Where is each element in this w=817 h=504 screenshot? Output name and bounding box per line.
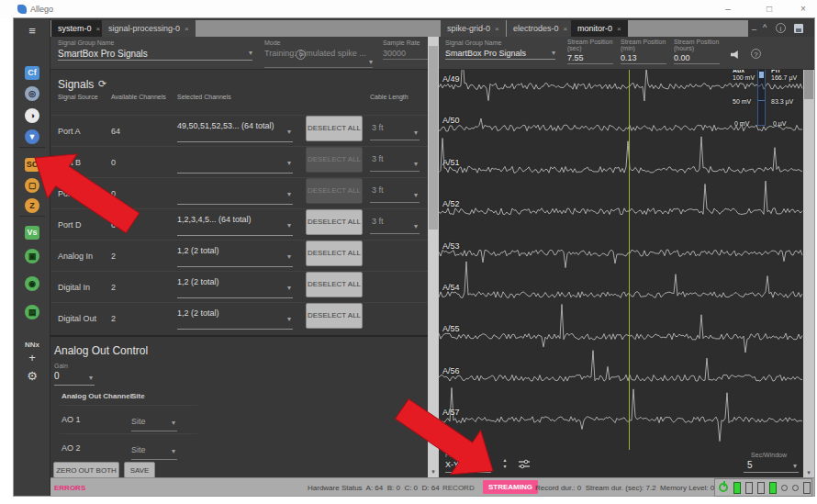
sidebar-item-add-module-icon[interactable]: + bbox=[14, 349, 50, 365]
record-button[interactable]: RECORD bbox=[442, 484, 475, 492]
sidebar-item-swirl-icon[interactable]: ◑ bbox=[14, 106, 50, 123]
scale-slider-handle[interactable] bbox=[759, 72, 764, 78]
selected-channels-dropdown[interactable]: 1,2 (2 total) ▾ bbox=[177, 243, 293, 267]
deselect-all-button[interactable]: DESELECT ALL bbox=[306, 241, 363, 266]
tab-close-icon[interactable]: × bbox=[495, 25, 499, 33]
sidebar-item-probe-map-icon[interactable]: ▢ bbox=[14, 175, 50, 193]
panel-expand-icon[interactable]: ^ bbox=[763, 23, 767, 32]
tab-close-icon[interactable]: × bbox=[185, 25, 189, 33]
deselect-all-button[interactable]: DESELECT ALL bbox=[306, 272, 363, 297]
cable-length-value: 3 ft bbox=[372, 123, 384, 132]
signal-group-dropdown[interactable]: SmartBox Pro Signals ▾ bbox=[58, 49, 252, 61]
stream-min-value[interactable]: 0.13 bbox=[621, 53, 666, 64]
tab-close-icon[interactable]: × bbox=[617, 25, 621, 33]
sidebar-item-menu-icon[interactable]: ≡ bbox=[14, 22, 50, 39]
cable-length-dropdown[interactable]: 3 ft ▾ bbox=[370, 181, 420, 203]
audio-monitor-icon[interactable] bbox=[731, 50, 742, 60]
sample-rate-dropdown[interactable]: 30000 ▾ bbox=[383, 49, 434, 60]
hardware-status-text: Hardware Status A: 64 B: 0 C: 0 D: 64 bbox=[308, 484, 440, 492]
sidebar-item-server-icon[interactable]: ▤ bbox=[14, 302, 50, 319]
spin-down-icon[interactable]: ▾ bbox=[499, 464, 510, 470]
chevron-down-icon: ▾ bbox=[414, 160, 418, 168]
tune-settings-icon[interactable] bbox=[518, 459, 531, 470]
sidebar-item-filter-icon[interactable]: ▼ bbox=[14, 127, 50, 144]
port-indicator-off bbox=[757, 482, 765, 494]
sidebar-divider bbox=[19, 147, 45, 148]
info-icon[interactable]: i bbox=[776, 23, 786, 33]
site-dropdown[interactable]: Site ▾ bbox=[131, 445, 177, 460]
sidebar-item-video-icon[interactable]: ▣ bbox=[14, 246, 50, 263]
pri-scale-mid: 83.3 µV bbox=[771, 98, 793, 105]
streaming-badge[interactable]: STREAMING bbox=[483, 480, 538, 494]
help-icon[interactable]: ? bbox=[751, 49, 761, 59]
selected-channels-dropdown[interactable]: 1,2,3,4,5... (64 total) ▾ bbox=[177, 212, 293, 236]
stream-hours-label: Stream Position bbox=[674, 39, 719, 45]
tab-signal-processing-0[interactable]: signal-processing-0× bbox=[102, 20, 196, 37]
scrollbar-thumb[interactable] bbox=[804, 70, 813, 99]
zero-out-both-button[interactable]: ZERO OUT BOTH bbox=[53, 462, 119, 478]
tab-spike-grid-0[interactable]: spike-grid-0× bbox=[441, 20, 506, 37]
spin-up-icon[interactable]: ▴ bbox=[499, 457, 510, 464]
deselect-all-button[interactable]: DESELECT ALL bbox=[306, 116, 363, 141]
mode-dropdown[interactable]: Training: Simulated spike ... ▾ bbox=[264, 49, 373, 68]
cable-length-dropdown[interactable]: 3 ft ▾ bbox=[370, 212, 420, 234]
selected-channels-dropdown[interactable]: ▾ bbox=[177, 181, 293, 205]
stream-min-label: Stream Position bbox=[621, 39, 666, 45]
save-button[interactable]: SAVE bbox=[124, 462, 155, 478]
pri-scale-label: Pri bbox=[771, 70, 779, 73]
panel-minimize-icon[interactable]: _ bbox=[752, 21, 756, 30]
save-layout-icon[interactable] bbox=[794, 24, 803, 33]
window-minimize-button[interactable]: – bbox=[717, 3, 739, 16]
refresh-icon[interactable]: ⟳ bbox=[98, 78, 106, 90]
scroll-down-icon[interactable]: ▾ bbox=[803, 469, 814, 476]
deselect-all-button[interactable]: DESELECT ALL bbox=[306, 209, 363, 235]
deselect-all-button[interactable]: DESELECT ALL bbox=[306, 303, 363, 329]
left-panel-scrollbar[interactable]: ▾ bbox=[428, 37, 439, 477]
stream-sec-value[interactable]: 7.55 bbox=[567, 53, 613, 64]
mode-value: Training: Simulated spike ... bbox=[264, 49, 366, 58]
chevron-down-icon: ▾ bbox=[287, 284, 291, 292]
tab-system-0[interactable]: system-0× bbox=[51, 20, 106, 37]
chevron-down-icon: ▾ bbox=[414, 222, 418, 230]
add-module-icon: + bbox=[28, 351, 36, 364]
right-panel-header: Signal Group Name SmartBox Pro Signals ▾… bbox=[439, 37, 814, 70]
stream-hours-value[interactable]: 0.00 bbox=[674, 53, 720, 64]
waveform-display[interactable]: A/49A/50A/51A/52A/53A/54A/55A/56A/57 Aux… bbox=[439, 70, 803, 450]
gain-dropdown[interactable]: 0 ▾ bbox=[54, 371, 95, 386]
scale-slider[interactable] bbox=[757, 70, 766, 126]
scrollbar-thumb[interactable] bbox=[429, 46, 438, 230]
sidebar-item-sc-module-icon[interactable]: SC bbox=[14, 154, 50, 172]
errors-indicator[interactable]: ERRORS bbox=[54, 484, 85, 492]
signal-row: Digital Out 2 1,2 (2 total) ▾ DESELECT A… bbox=[50, 302, 428, 333]
sidebar-item-vs-module-icon[interactable]: Vs bbox=[14, 222, 50, 240]
sidebar-item-sync-icon[interactable]: ◉ bbox=[14, 274, 50, 291]
channel-page-spinner[interactable]: ▴ ▾ bbox=[499, 457, 510, 470]
cable-length-dropdown[interactable]: 3 ft ▾ bbox=[370, 150, 420, 172]
cable-length-dropdown[interactable]: 3 ft ▾ bbox=[370, 118, 420, 140]
tab-label: electrodes-0 bbox=[513, 24, 559, 33]
right-panel-scrollbar[interactable]: ▾ bbox=[803, 70, 814, 477]
sidebar-item-nn-disc-icon[interactable]: ◎ bbox=[14, 84, 50, 101]
plot-type-dropdown[interactable]: X-Y Plot bbox=[445, 460, 491, 473]
window-close-button[interactable]: × bbox=[792, 3, 814, 16]
selected-channels-dropdown[interactable]: ▾ bbox=[177, 150, 293, 174]
help-icon[interactable]: ? bbox=[296, 50, 306, 60]
sidebar-item-impedance-icon[interactable]: Z bbox=[14, 196, 50, 213]
tab-electrodes-0[interactable]: electrodes-0× bbox=[507, 20, 574, 37]
window-title: Allego bbox=[30, 5, 53, 14]
site-dropdown[interactable]: Site ▾ bbox=[131, 417, 177, 431]
tab-close-icon[interactable]: × bbox=[564, 25, 568, 33]
scroll-down-icon[interactable]: ▾ bbox=[428, 468, 439, 476]
signal-group-dropdown[interactable]: SmartBox Pro Signals ▾ bbox=[445, 49, 555, 60]
chevron-down-icon: ▾ bbox=[249, 49, 252, 57]
tab-close-icon[interactable]: × bbox=[96, 25, 101, 33]
selected-channels-dropdown[interactable]: 1,2 (2 total) ▾ bbox=[177, 306, 293, 330]
scale-mid-tick bbox=[758, 100, 765, 101]
sidebar-item-settings-gear-icon[interactable]: ⚙ bbox=[14, 367, 50, 384]
selected-channels-dropdown[interactable]: 1,2 (2 total) ▾ bbox=[177, 274, 293, 298]
window-maximize-button[interactable]: □ bbox=[758, 3, 780, 16]
sidebar-item-cf-module-icon[interactable]: Cf bbox=[14, 62, 50, 80]
sec-window-dropdown[interactable]: 5 ▾ bbox=[744, 460, 799, 473]
tab-monitor-0[interactable]: monitor-0× bbox=[571, 20, 628, 37]
selected-channels-dropdown[interactable]: 49,50,51,52,53... (64 total) ▾ bbox=[177, 118, 293, 142]
